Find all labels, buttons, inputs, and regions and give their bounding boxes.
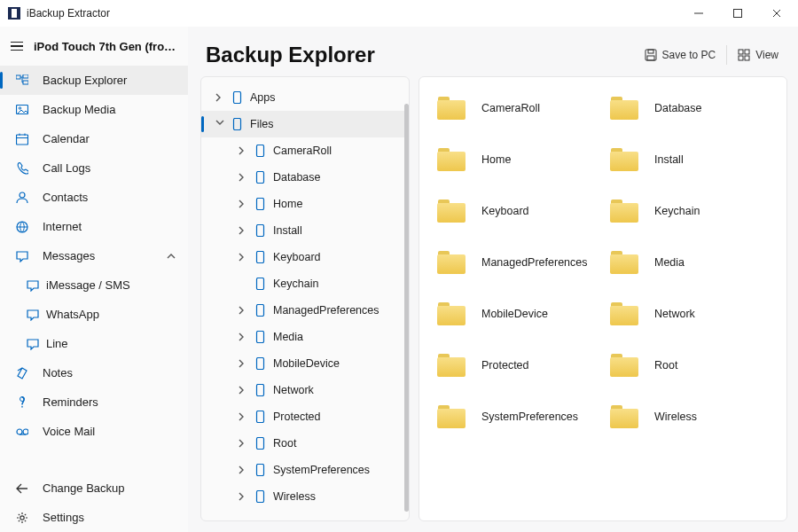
tree-scrollbar[interactable] — [404, 104, 409, 512]
chevron-right-icon[interactable] — [237, 439, 249, 448]
chevron-right-icon[interactable] — [237, 412, 249, 421]
folder-item-mobiledevice[interactable]: MobileDevice — [437, 302, 596, 325]
chevron-icon — [239, 412, 247, 421]
sidebar-item-label: Voice Mail — [43, 425, 95, 438]
chevron-down-icon[interactable] — [214, 120, 226, 129]
message-icon — [16, 250, 28, 262]
device-header[interactable]: iPod Touch 7th Gen (from To… — [0, 27, 188, 66]
tree-item-media[interactable]: Media — [201, 324, 409, 350]
device-icon — [231, 118, 243, 130]
back-icon — [16, 482, 28, 495]
sidebar-item-calendar[interactable]: Calendar — [0, 124, 188, 153]
sidebar-item-contacts[interactable]: Contacts — [0, 183, 188, 212]
tree-item-home[interactable]: Home — [201, 191, 409, 217]
folder-item-database[interactable]: Database — [610, 97, 769, 120]
tree-item-systempreferences[interactable]: SystemPreferences — [201, 457, 409, 483]
sidebar-item-internet[interactable]: Internet — [0, 212, 188, 241]
grid-icon — [738, 49, 750, 61]
chevron-icon — [239, 226, 247, 235]
tree-item-install[interactable]: Install — [201, 217, 409, 244]
chevron-right-icon[interactable] — [237, 146, 249, 155]
tree-item-keyboard[interactable]: Keyboard — [201, 244, 409, 270]
folder-item-network[interactable]: Network — [610, 302, 769, 325]
folder-item-cameraroll[interactable]: CameraRoll — [437, 97, 596, 120]
sidebar-item-backup-explorer[interactable]: Backup Explorer — [0, 66, 188, 95]
sidebar-subitem-line[interactable]: Line — [0, 329, 188, 358]
sidebar-item-voice-mail[interactable]: Voice Mail — [0, 417, 188, 446]
voicemail-icon — [16, 426, 28, 438]
view-label: View — [755, 49, 778, 61]
chevron-up-icon — [167, 254, 176, 259]
chevron-right-icon[interactable] — [237, 332, 249, 341]
tree-item-root[interactable]: Root — [201, 430, 409, 457]
folder-icon — [610, 354, 638, 377]
tree-item-files[interactable]: Files — [201, 111, 409, 137]
tree-item-protected[interactable]: Protected — [201, 403, 409, 430]
folder-icon — [610, 302, 638, 325]
tree-item-network[interactable]: Network — [201, 377, 409, 403]
sidebar-subitem-whatsapp[interactable]: WhatsApp — [0, 300, 188, 329]
device-icon — [254, 145, 266, 157]
window-minimize-button[interactable] — [679, 0, 718, 27]
chevron-right-icon[interactable] — [237, 173, 249, 182]
tree-item-keychain[interactable]: Keychain — [201, 270, 409, 297]
folder-item-systempreferences[interactable]: SystemPreferences — [437, 405, 596, 428]
chevron-right-icon[interactable] — [237, 200, 249, 208]
folder-item-protected[interactable]: Protected — [437, 354, 596, 377]
folder-icon — [437, 148, 466, 171]
sidebar-item-messages[interactable]: Messages — [0, 241, 188, 270]
window-maximize-button[interactable] — [718, 0, 757, 27]
chevron-right-icon[interactable] — [237, 306, 249, 315]
tree-item-label: ManagedPreferences — [273, 304, 379, 317]
folder-item-wireless[interactable]: Wireless — [610, 405, 769, 428]
message-icon — [27, 309, 39, 321]
folder-item-root[interactable]: Root — [610, 354, 769, 377]
window-close-button[interactable] — [757, 0, 796, 27]
folder-label: SystemPreferences — [481, 411, 578, 423]
tree-item-apps[interactable]: Apps — [201, 84, 409, 111]
folder-label: Network — [654, 308, 695, 320]
tree-item-label: Wireless — [273, 490, 316, 503]
folder-label: CameraRoll — [481, 102, 540, 114]
device-icon — [254, 145, 266, 157]
folder-item-install[interactable]: Install — [610, 148, 769, 171]
folder-icon — [610, 405, 638, 428]
tree-item-cameraroll[interactable]: CameraRoll — [201, 137, 409, 164]
view-button[interactable]: View — [729, 43, 787, 66]
device-icon — [254, 251, 266, 263]
chevron-right-icon[interactable] — [237, 386, 249, 395]
device-icon — [254, 411, 266, 423]
folder-item-home[interactable]: Home — [437, 148, 596, 171]
chevron-right-icon[interactable] — [237, 253, 249, 262]
device-icon — [254, 278, 266, 290]
chevron-right-icon[interactable] — [237, 359, 249, 368]
folder-item-keychain[interactable]: Keychain — [610, 200, 769, 223]
sidebar-item-settings[interactable]: Settings — [0, 503, 188, 532]
tree-item-wireless[interactable]: Wireless — [201, 483, 409, 510]
sidebar-item-reminders[interactable]: Reminders — [0, 387, 188, 417]
tree-item-database[interactable]: Database — [201, 164, 409, 191]
chevron-right-icon[interactable] — [237, 466, 249, 474]
sidebar-item-label: Backup Explorer — [43, 74, 127, 87]
sidebar-item-notes[interactable]: Notes — [0, 358, 188, 387]
sidebar-subitem-imessage-sms[interactable]: iMessage / SMS — [0, 270, 188, 300]
folder-item-keyboard[interactable]: Keyboard — [437, 200, 596, 223]
chevron-right-icon[interactable] — [237, 226, 249, 235]
message-icon — [27, 338, 39, 350]
sidebar-item-change-backup[interactable]: Change Backup — [0, 473, 188, 503]
chevron-right-icon[interactable] — [237, 492, 249, 501]
tree-item-managedpreferences[interactable]: ManagedPreferences — [201, 297, 409, 324]
hamburger-icon[interactable] — [11, 42, 23, 51]
sidebar: iPod Touch 7th Gen (from To… Backup Expl… — [0, 27, 188, 532]
tree-item-label: Files — [250, 118, 273, 130]
tree-item-mobiledevice[interactable]: MobileDevice — [201, 350, 409, 377]
chevron-right-icon[interactable] — [214, 93, 226, 102]
sidebar-item-backup-media[interactable]: Backup Media — [0, 95, 188, 124]
folder-item-managedpreferences[interactable]: ManagedPreferences — [437, 251, 596, 274]
globe-icon — [14, 221, 30, 233]
save-to-pc-button[interactable]: Save to PC — [636, 43, 725, 66]
folder-item-media[interactable]: Media — [610, 251, 769, 274]
page-title: Backup Explorer — [206, 43, 636, 67]
app-icon — [8, 7, 20, 20]
sidebar-item-call-logs[interactable]: Call Logs — [0, 153, 188, 183]
